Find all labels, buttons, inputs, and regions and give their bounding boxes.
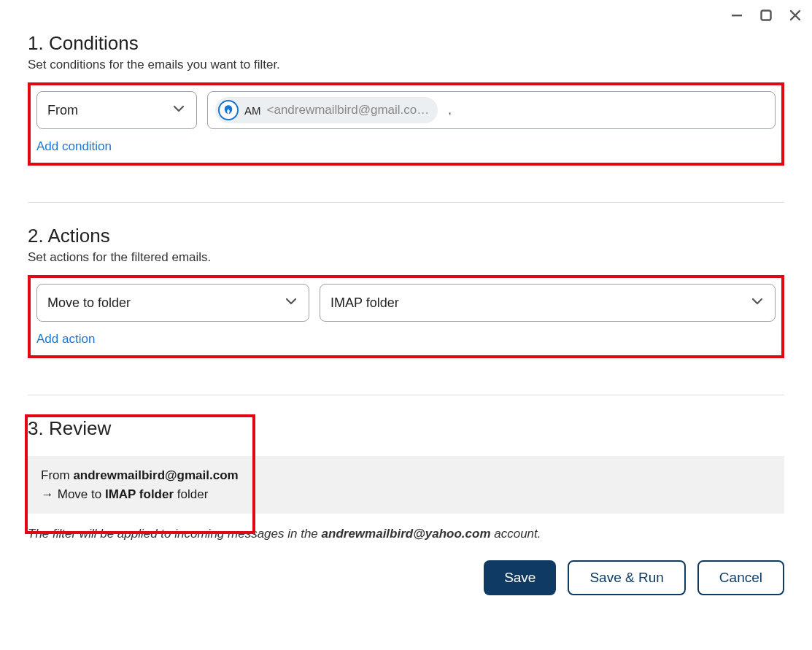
action-type-label: Move to folder bbox=[47, 295, 131, 311]
email-chip[interactable]: AM <andrewmailbird@gmail.co… bbox=[215, 97, 438, 123]
actions-subtitle: Set actions for the filtered emails. bbox=[28, 250, 784, 265]
close-icon[interactable] bbox=[789, 9, 802, 22]
add-condition-link[interactable]: Add condition bbox=[36, 139, 112, 154]
chip-email: <andrewmailbird@gmail.co… bbox=[267, 103, 430, 117]
condition-email-input[interactable]: AM <andrewmailbird@gmail.co… , bbox=[207, 91, 776, 129]
filter-note: The filter will be applied to incoming m… bbox=[28, 527, 784, 541]
chip-initials: AM bbox=[244, 104, 261, 117]
conditions-subtitle: Set conditions for the emails you want t… bbox=[28, 58, 784, 72]
chevron-down-icon bbox=[750, 294, 765, 312]
filter-note-suffix: account. bbox=[491, 527, 541, 541]
footer-buttons: Save Save & Run Cancel bbox=[28, 560, 784, 595]
arrow-right-icon: → bbox=[41, 485, 54, 504]
action-folder-select[interactable]: IMAP folder bbox=[320, 284, 776, 322]
minimize-icon[interactable] bbox=[730, 9, 743, 22]
review-move-value: IMAP folder bbox=[105, 487, 174, 501]
filter-note-prefix: The filter will be applied to incoming m… bbox=[28, 527, 322, 541]
review-from-value: andrewmailbird@gmail.com bbox=[73, 468, 238, 482]
actions-section: 2. Actions Set actions for the filtered … bbox=[28, 225, 784, 358]
divider bbox=[28, 202, 784, 203]
conditions-section: 1. Conditions Set conditions for the ema… bbox=[28, 32, 784, 166]
actions-title: 2. Actions bbox=[28, 225, 784, 247]
maximize-icon[interactable] bbox=[759, 9, 773, 22]
condition-field-select[interactable]: From bbox=[36, 91, 197, 129]
condition-field-label: From bbox=[47, 103, 78, 118]
review-from-prefix: From bbox=[41, 468, 73, 482]
chevron-down-icon bbox=[171, 101, 186, 120]
conditions-title: 1. Conditions bbox=[28, 32, 784, 55]
chip-separator: , bbox=[448, 103, 452, 117]
review-section: 3. Review From andrewmailbird@gmail.com … bbox=[28, 417, 784, 595]
svg-rect-1 bbox=[762, 11, 771, 20]
review-line-from: From andrewmailbird@gmail.com bbox=[41, 466, 771, 485]
add-action-link[interactable]: Add action bbox=[36, 332, 95, 347]
actions-highlight-box: Move to folder IMAP folder Add action bbox=[28, 275, 784, 358]
review-move-suffix: folder bbox=[174, 487, 208, 501]
action-type-select[interactable]: Move to folder bbox=[36, 284, 309, 322]
save-run-button[interactable]: Save & Run bbox=[568, 560, 685, 595]
review-move-prefix: Move to bbox=[58, 487, 105, 501]
review-line-move: → Move to IMAP folder folder bbox=[41, 485, 771, 504]
action-folder-label: IMAP folder bbox=[330, 295, 399, 311]
conditions-highlight-box: From AM <andrewmailbird@gmail.co… , bbox=[28, 82, 784, 166]
save-button[interactable]: Save bbox=[484, 560, 556, 595]
chevron-down-icon bbox=[284, 294, 298, 312]
window-controls bbox=[730, 9, 802, 22]
review-summary: From andrewmailbird@gmail.com → Move to … bbox=[28, 456, 784, 514]
filter-note-account: andrewmailbird@yahoo.com bbox=[322, 527, 491, 541]
cancel-button[interactable]: Cancel bbox=[697, 560, 784, 595]
svg-rect-0 bbox=[732, 15, 742, 16]
divider bbox=[28, 395, 784, 395]
chip-avatar-icon bbox=[218, 100, 239, 120]
review-title: 3. Review bbox=[28, 417, 784, 440]
